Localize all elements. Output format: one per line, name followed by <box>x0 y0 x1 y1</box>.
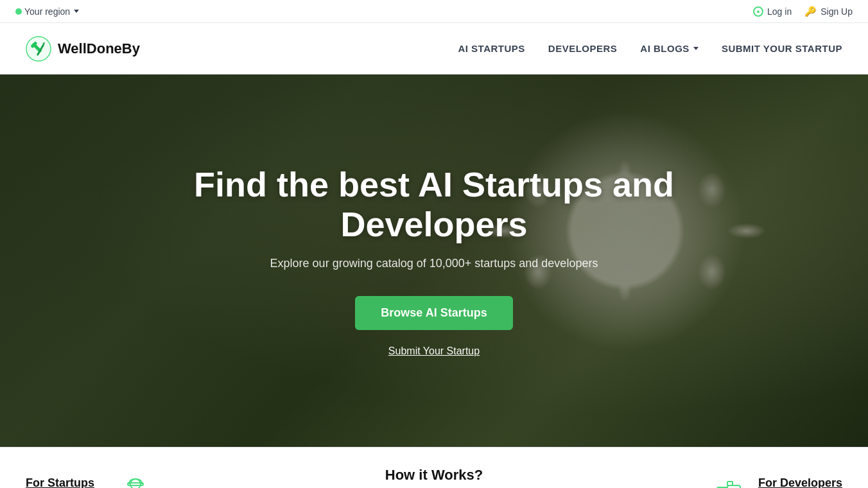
for-startups-card: For Startups Submit Your Startup <box>26 470 298 488</box>
ai-blogs-chevron-icon <box>693 47 699 50</box>
region-selector[interactable]: Your region <box>15 6 79 17</box>
for-developers-card: For Developers List Your Company <box>570 470 842 488</box>
for-developers-heading[interactable]: For Developers <box>758 476 842 489</box>
region-label: Your region <box>24 6 70 17</box>
for-developers-text: For Developers List Your Company <box>758 476 842 489</box>
region-chevron-icon <box>74 10 79 13</box>
how-it-works-title: How it Works? <box>385 467 483 484</box>
location-icon <box>15 8 22 15</box>
how-it-works-section: For Startups Submit Your Startup How it … <box>0 447 868 488</box>
how-it-works-card: How it Works? <box>298 467 570 488</box>
key-icon: 🔑 <box>804 6 817 17</box>
nav-submit-startup[interactable]: SUBMIT YOUR STARTUP <box>722 43 842 54</box>
top-bar-auth: ● Log in 🔑 Sign Up <box>753 6 853 17</box>
hero-section: Find the best AI Startups and Developers… <box>0 74 868 447</box>
brand-logo-link[interactable]: WellDoneBy <box>26 36 140 62</box>
hero-subtitle: Explore our growing catalog of 10,000+ s… <box>158 257 710 270</box>
developers-icon <box>709 470 748 488</box>
top-bar: Your region ● Log in 🔑 Sign Up <box>0 0 868 23</box>
signup-link[interactable]: 🔑 Sign Up <box>804 6 853 17</box>
nav-ai-startups[interactable]: AI STARTUPS <box>458 43 525 54</box>
main-nav: AI STARTUPS DEVELOPERS AI BLOGS SUBMIT Y… <box>458 43 842 54</box>
hero-content: Find the best AI Startups and Developers… <box>145 164 723 357</box>
nav-ai-blogs[interactable]: AI BLOGS <box>640 43 699 54</box>
navbar: WellDoneBy AI STARTUPS DEVELOPERS AI BLO… <box>0 23 868 74</box>
brand-logo-icon <box>26 36 51 62</box>
svg-rect-12 <box>727 482 733 485</box>
login-link[interactable]: ● Log in <box>753 6 792 17</box>
login-icon: ● <box>753 6 763 17</box>
browse-startups-button[interactable]: Browse AI Startups <box>355 296 512 330</box>
for-startups-text: For Startups Submit Your Startup <box>26 476 106 489</box>
for-startups-heading[interactable]: For Startups <box>26 476 106 489</box>
brand-name: WellDoneBy <box>58 40 140 57</box>
startups-icon <box>116 470 155 488</box>
nav-developers[interactable]: DEVELOPERS <box>548 43 618 54</box>
hero-title: Find the best AI Startups and Developers <box>158 164 710 244</box>
submit-startup-link[interactable]: Submit Your Startup <box>158 345 710 357</box>
